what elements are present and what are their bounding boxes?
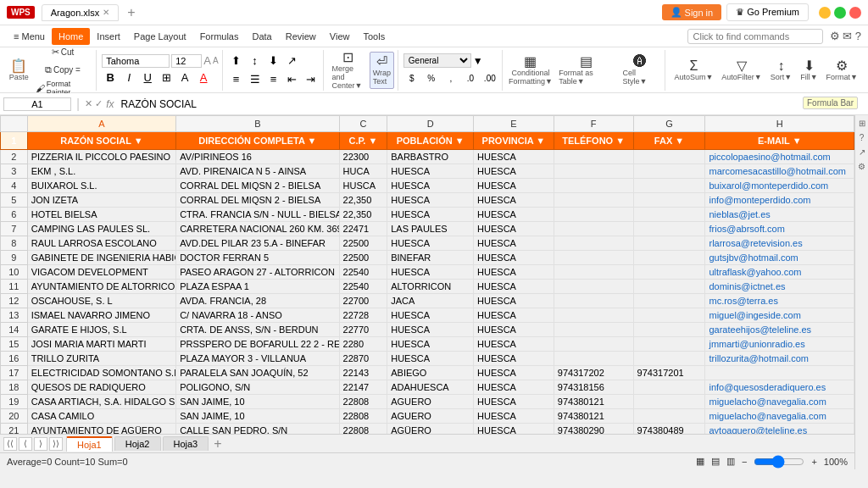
premium-button[interactable]: ♛ Go Premium [726, 3, 809, 21]
fill-color-button[interactable]: A [176, 69, 193, 86]
cell-r5-c3[interactable]: 22,350 [339, 193, 387, 208]
font-grow-icon[interactable]: A [203, 54, 211, 67]
cell-r9-c4[interactable]: BINEFAR [387, 251, 474, 265]
tab-review[interactable]: Review [279, 28, 323, 45]
cell-r14-c4[interactable]: HUESCA [387, 323, 474, 337]
cell-r6-c2[interactable]: CTRA. FRANCIA S/N - NULL - BIELSA [176, 208, 339, 222]
cell-r12-c8[interactable]: mc.ros@terra.es [705, 294, 854, 308]
cell-r11-c5[interactable]: HUESCA [474, 280, 554, 294]
cell-r7-c2[interactable]: CARRETERA NACIONAL 260 KM. 369 [176, 222, 339, 236]
cell-r11-c7[interactable] [633, 280, 705, 294]
cell-r13-c7[interactable] [633, 308, 705, 323]
cell-r12-c5[interactable]: HUESCA [474, 294, 554, 308]
cell-r8-c6[interactable] [554, 236, 633, 251]
cell-r18-c6[interactable]: 974318156 [554, 380, 633, 395]
cell-r10-c7[interactable] [633, 265, 705, 280]
cell-r10-c6[interactable] [554, 265, 633, 280]
tab-home[interactable]: Home [52, 28, 90, 45]
col-header-g[interactable]: G [633, 116, 705, 132]
align-left-button[interactable]: ≡ [228, 71, 245, 88]
view-page-layout-icon[interactable]: ▤ [711, 456, 720, 467]
number-format-select[interactable]: General [403, 53, 471, 68]
cell-r4-c7[interactable] [633, 179, 705, 193]
align-middle-button[interactable]: ↕ [247, 53, 264, 69]
currency-button[interactable]: $ [403, 69, 420, 86]
cell-r20-c1[interactable]: CASA CAMILO [27, 409, 175, 424]
cell-r3-c1[interactable]: EKM , S.L. [27, 164, 175, 179]
cell-r16-c7[interactable] [633, 352, 705, 366]
cell-r2-c3[interactable]: 22300 [339, 150, 387, 164]
cell-r8-c5[interactable]: HUESCA [474, 236, 554, 251]
cell-r13-c5[interactable]: HUESCA [474, 308, 554, 323]
cell-r7-c6[interactable] [554, 222, 633, 236]
merge-center-button[interactable]: ⊡ Merge andCenter▼ [329, 52, 368, 89]
cell-r15-c1[interactable]: JOSI MARIA MARTI MARTI [27, 337, 175, 352]
cell-r6-c7[interactable] [633, 208, 705, 222]
cell-r4-c6[interactable] [554, 179, 633, 193]
cell-r16-c3[interactable]: 22870 [339, 352, 387, 366]
cell-r13-c2[interactable]: C/ NAVARRA 18 - ANSO [176, 308, 339, 323]
cell-r13-c3[interactable]: 22728 [339, 308, 387, 323]
sheet-nav-prev[interactable]: ⟨ [19, 437, 32, 451]
cell-r20-c3[interactable]: 22808 [339, 409, 387, 424]
cell-r19-c1[interactable]: CASA ARTIACH, S.A. HIDALGO SUCI [27, 395, 175, 409]
col-header-d[interactable]: D [387, 116, 474, 132]
zoom-slider[interactable] [754, 455, 804, 469]
side-icon-2[interactable]: ? [860, 133, 865, 142]
cell-r6-c8[interactable]: nieblas@jet.es [705, 208, 854, 222]
cell-r20-c6[interactable]: 974380121 [554, 409, 633, 424]
cell-r8-c3[interactable]: 22500 [339, 236, 387, 251]
tab-insert[interactable]: Insert [90, 28, 127, 45]
filter-button[interactable]: ▽ AutoFilter▼ [718, 52, 765, 89]
sheet-nav-last[interactable]: ⟩⟩ [49, 437, 63, 451]
cell-r14-c5[interactable]: HUESCA [474, 323, 554, 337]
align-bottom-button[interactable]: ⬇ [265, 53, 282, 69]
cell-r9-c6[interactable] [554, 251, 633, 265]
cell-r16-c4[interactable]: HUESCA [387, 352, 474, 366]
fill-button[interactable]: ⬇ Fill▼ [797, 52, 821, 89]
cell-r17-c7[interactable]: 974317201 [633, 366, 705, 380]
cell-r16-c6[interactable] [554, 352, 633, 366]
cell-r8-c2[interactable]: AVD.DEL PILAR 23 5.A - BINEFAR [176, 236, 339, 251]
cell-r5-c1[interactable]: JON IZETA [27, 193, 175, 208]
cell-r13-c8[interactable]: miguel@ingeside.com [705, 308, 854, 323]
cell-r3-c8[interactable]: marcomesacastillo@hotmail.com [705, 164, 854, 179]
cell-r19-c7[interactable] [633, 395, 705, 409]
align-center-button[interactable]: ☰ [247, 71, 264, 88]
cell-r7-c5[interactable]: HUESCA [474, 222, 554, 236]
cell-r17-c1[interactable]: ELECTRICIDAD SOMONTANO S.L. [27, 366, 175, 380]
cell-r4-c5[interactable]: HUESCA [474, 179, 554, 193]
cell-r10-c4[interactable]: HUESCA [387, 265, 474, 280]
cell-r12-c7[interactable] [633, 294, 705, 308]
cell-r11-c3[interactable]: 22540 [339, 280, 387, 294]
window-close-button[interactable] [849, 7, 861, 19]
cell-r18-c5[interactable]: HUESCA [474, 380, 554, 395]
cell-r7-c7[interactable] [633, 222, 705, 236]
cell-r21-c2[interactable]: CALLE SAN PEDRO, S/N [176, 424, 339, 435]
align-top-button[interactable]: ⬆ [228, 53, 245, 69]
cell-r15-c6[interactable] [554, 337, 633, 352]
format-as-table-button[interactable]: ▤ Format as Table▼ [555, 52, 617, 89]
zoom-in-button[interactable]: + [811, 457, 816, 467]
cell-r8-c1[interactable]: RAUL LARROSA ESCOLANO [27, 236, 175, 251]
cell-r12-c1[interactable]: OSCAHOUSE, S. L [27, 294, 175, 308]
cell-r6-c6[interactable] [554, 208, 633, 222]
cell-r13-c1[interactable]: ISMAEL NAVARRO JIMENO [27, 308, 175, 323]
cell-r2-c8[interactable]: piccolopaesino@hotmail.com [705, 150, 854, 164]
cell-r20-c7[interactable] [633, 409, 705, 424]
cell-r10-c3[interactable]: 22540 [339, 265, 387, 280]
cell-r14-c2[interactable]: CRTA. DE ANSS, S/N - BERDUN [176, 323, 339, 337]
command-search[interactable] [687, 29, 823, 44]
cell-r11-c1[interactable]: AYUNTAMIENTO DE ALTORRICON [27, 280, 175, 294]
cell-r2-c4[interactable]: BARBASTRO [387, 150, 474, 164]
cell-r15-c8[interactable]: jmmarti@unionradio.es [705, 337, 854, 352]
cell-style-button[interactable]: 🅐 Cell Style▼ [620, 52, 662, 89]
cell-r14-c6[interactable] [554, 323, 633, 337]
cell-r2-c7[interactable] [633, 150, 705, 164]
cell-r15-c4[interactable]: HUESCA [387, 337, 474, 352]
cell-r7-c4[interactable]: LAS PAULES [387, 222, 474, 236]
cell-r7-c8[interactable]: frios@abrsoft.com [705, 222, 854, 236]
cell-r12-c6[interactable] [554, 294, 633, 308]
cell-r19-c4[interactable]: AGUERO [387, 395, 474, 409]
cell-r14-c3[interactable]: 22770 [339, 323, 387, 337]
